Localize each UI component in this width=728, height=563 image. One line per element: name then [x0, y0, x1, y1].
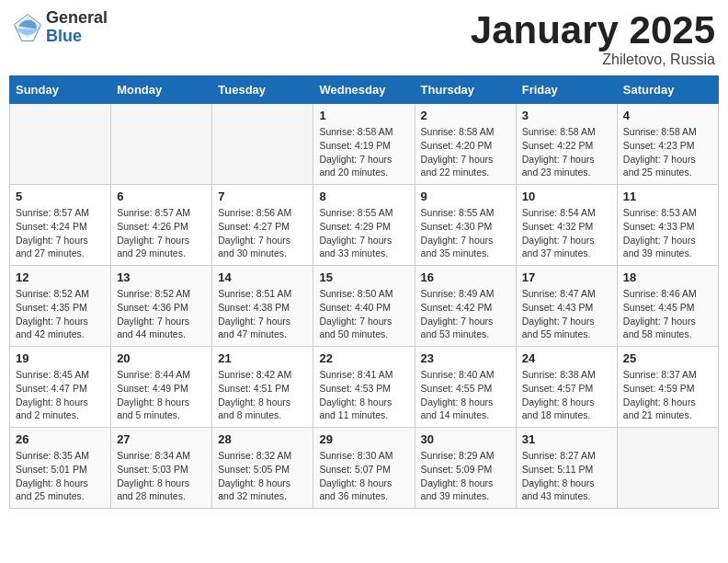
- day-header: Friday: [516, 76, 617, 104]
- day-info: Sunrise: 8:57 AMSunset: 4:26 PMDaylight:…: [117, 206, 206, 260]
- day-info: Sunrise: 8:32 AMSunset: 5:05 PMDaylight:…: [218, 449, 307, 503]
- day-info: Sunrise: 8:47 AMSunset: 4:43 PMDaylight:…: [522, 287, 611, 341]
- calendar-week-row: 1 Sunrise: 8:58 AMSunset: 4:19 PMDayligh…: [10, 104, 719, 185]
- day-number: 11: [623, 190, 712, 203]
- day-number: 31: [522, 432, 611, 446]
- calendar-cell: 24 Sunrise: 8:38 AMSunset: 4:57 PMDaylig…: [516, 347, 617, 428]
- day-number: 29: [319, 432, 408, 446]
- calendar-cell: [111, 104, 212, 185]
- day-info: Sunrise: 8:56 AMSunset: 4:27 PMDaylight:…: [218, 206, 307, 260]
- calendar-week-row: 5 Sunrise: 8:57 AMSunset: 4:24 PMDayligh…: [10, 185, 719, 266]
- day-info: Sunrise: 8:44 AMSunset: 4:49 PMDaylight:…: [117, 368, 206, 422]
- calendar-week-row: 26 Sunrise: 8:35 AMSunset: 5:01 PMDaylig…: [10, 428, 719, 509]
- day-info: Sunrise: 8:42 AMSunset: 4:51 PMDaylight:…: [218, 368, 307, 422]
- calendar-body: 1 Sunrise: 8:58 AMSunset: 4:19 PMDayligh…: [10, 104, 719, 509]
- calendar-header: SundayMondayTuesdayWednesdayThursdayFrid…: [10, 76, 719, 104]
- day-info: Sunrise: 8:58 AMSunset: 4:22 PMDaylight:…: [522, 125, 611, 179]
- calendar-cell: 8 Sunrise: 8:55 AMSunset: 4:29 PMDayligh…: [313, 185, 415, 266]
- day-number: 18: [623, 270, 712, 284]
- calendar-cell: 23 Sunrise: 8:40 AMSunset: 4:55 PMDaylig…: [415, 347, 516, 428]
- calendar-cell: 28 Sunrise: 8:32 AMSunset: 5:05 PMDaylig…: [212, 428, 313, 509]
- day-info: Sunrise: 8:52 AMSunset: 4:35 PMDaylight:…: [16, 287, 105, 341]
- calendar-cell: 7 Sunrise: 8:56 AMSunset: 4:27 PMDayligh…: [212, 185, 313, 266]
- day-number: 20: [117, 351, 206, 365]
- calendar-cell: 16 Sunrise: 8:49 AMSunset: 4:42 PMDaylig…: [415, 266, 516, 347]
- day-number: 27: [117, 432, 206, 446]
- day-number: 9: [421, 190, 510, 203]
- day-number: 1: [319, 109, 408, 122]
- day-header: Sunday: [10, 76, 111, 104]
- calendar-cell: 3 Sunrise: 8:58 AMSunset: 4:22 PMDayligh…: [516, 104, 617, 185]
- day-number: 25: [623, 351, 712, 365]
- day-number: 4: [623, 109, 712, 122]
- day-number: 24: [522, 351, 611, 365]
- calendar-cell: 14 Sunrise: 8:51 AMSunset: 4:38 PMDaylig…: [212, 266, 313, 347]
- day-info: Sunrise: 8:29 AMSunset: 5:09 PMDaylight:…: [421, 449, 510, 503]
- location: Zhiletovo, Russia: [471, 52, 715, 68]
- calendar-week-row: 19 Sunrise: 8:45 AMSunset: 4:47 PMDaylig…: [10, 347, 719, 428]
- day-number: 22: [319, 351, 408, 365]
- day-header: Tuesday: [212, 76, 313, 104]
- calendar-cell: 17 Sunrise: 8:47 AMSunset: 4:43 PMDaylig…: [516, 266, 617, 347]
- day-number: 15: [319, 270, 408, 284]
- calendar-cell: 9 Sunrise: 8:55 AMSunset: 4:30 PMDayligh…: [415, 185, 516, 266]
- logo: General Blue: [13, 9, 108, 46]
- calendar-cell: 18 Sunrise: 8:46 AMSunset: 4:45 PMDaylig…: [617, 266, 718, 347]
- calendar-cell: 11 Sunrise: 8:53 AMSunset: 4:33 PMDaylig…: [617, 185, 718, 266]
- day-info: Sunrise: 8:37 AMSunset: 4:59 PMDaylight:…: [623, 368, 712, 422]
- day-info: Sunrise: 8:38 AMSunset: 4:57 PMDaylight:…: [522, 368, 611, 422]
- calendar-week-row: 12 Sunrise: 8:52 AMSunset: 4:35 PMDaylig…: [10, 266, 719, 347]
- day-info: Sunrise: 8:41 AMSunset: 4:53 PMDaylight:…: [319, 368, 408, 422]
- header-row: SundayMondayTuesdayWednesdayThursdayFrid…: [10, 76, 719, 104]
- calendar-cell: 1 Sunrise: 8:58 AMSunset: 4:19 PMDayligh…: [313, 104, 415, 185]
- day-info: Sunrise: 8:30 AMSunset: 5:07 PMDaylight:…: [319, 449, 408, 503]
- day-info: Sunrise: 8:45 AMSunset: 4:47 PMDaylight:…: [16, 368, 105, 422]
- calendar-cell: 21 Sunrise: 8:42 AMSunset: 4:51 PMDaylig…: [212, 347, 313, 428]
- day-number: 2: [421, 109, 510, 122]
- day-number: 30: [421, 432, 510, 446]
- calendar-cell: 10 Sunrise: 8:54 AMSunset: 4:32 PMDaylig…: [516, 185, 617, 266]
- calendar-cell: 31 Sunrise: 8:27 AMSunset: 5:11 PMDaylig…: [516, 428, 617, 509]
- calendar-cell: 29 Sunrise: 8:30 AMSunset: 5:07 PMDaylig…: [313, 428, 415, 509]
- calendar-cell: 27 Sunrise: 8:34 AMSunset: 5:03 PMDaylig…: [111, 428, 212, 509]
- day-number: 21: [218, 351, 307, 365]
- day-info: Sunrise: 8:53 AMSunset: 4:33 PMDaylight:…: [623, 206, 712, 260]
- day-info: Sunrise: 8:46 AMSunset: 4:45 PMDaylight:…: [623, 287, 712, 341]
- day-number: 7: [218, 190, 307, 203]
- day-header: Saturday: [617, 76, 718, 104]
- day-info: Sunrise: 8:27 AMSunset: 5:11 PMDaylight:…: [522, 449, 611, 503]
- calendar-cell: 30 Sunrise: 8:29 AMSunset: 5:09 PMDaylig…: [415, 428, 516, 509]
- page-header: General Blue January 2025 Zhiletovo, Rus…: [9, 9, 719, 68]
- day-number: 10: [522, 190, 611, 203]
- day-info: Sunrise: 8:58 AMSunset: 4:20 PMDaylight:…: [421, 125, 510, 179]
- calendar-table: SundayMondayTuesdayWednesdayThursdayFrid…: [9, 75, 719, 509]
- day-info: Sunrise: 8:40 AMSunset: 4:55 PMDaylight:…: [421, 368, 510, 422]
- day-number: 23: [421, 351, 510, 365]
- day-info: Sunrise: 8:55 AMSunset: 4:29 PMDaylight:…: [319, 206, 408, 260]
- calendar-cell: 20 Sunrise: 8:44 AMSunset: 4:49 PMDaylig…: [111, 347, 212, 428]
- day-info: Sunrise: 8:50 AMSunset: 4:40 PMDaylight:…: [319, 287, 408, 341]
- calendar-cell: 22 Sunrise: 8:41 AMSunset: 4:53 PMDaylig…: [313, 347, 415, 428]
- day-info: Sunrise: 8:49 AMSunset: 4:42 PMDaylight:…: [421, 287, 510, 341]
- day-info: Sunrise: 8:58 AMSunset: 4:23 PMDaylight:…: [623, 125, 712, 179]
- day-number: 26: [16, 432, 105, 446]
- day-info: Sunrise: 8:34 AMSunset: 5:03 PMDaylight:…: [117, 449, 206, 503]
- logo-icon: [13, 13, 42, 42]
- day-info: Sunrise: 8:51 AMSunset: 4:38 PMDaylight:…: [218, 287, 307, 341]
- day-info: Sunrise: 8:52 AMSunset: 4:36 PMDaylight:…: [117, 287, 206, 341]
- calendar-cell: [617, 428, 718, 509]
- calendar-cell: [10, 104, 111, 185]
- calendar-cell: 26 Sunrise: 8:35 AMSunset: 5:01 PMDaylig…: [10, 428, 111, 509]
- day-info: Sunrise: 8:55 AMSunset: 4:30 PMDaylight:…: [421, 206, 510, 260]
- day-number: 8: [319, 190, 408, 203]
- day-number: 12: [16, 270, 105, 284]
- day-header: Wednesday: [313, 76, 415, 104]
- day-number: 13: [117, 270, 206, 284]
- day-number: 3: [522, 109, 611, 122]
- calendar-cell: 4 Sunrise: 8:58 AMSunset: 4:23 PMDayligh…: [617, 104, 718, 185]
- day-number: 6: [117, 190, 206, 203]
- title-area: January 2025 Zhiletovo, Russia: [471, 9, 715, 68]
- day-info: Sunrise: 8:57 AMSunset: 4:24 PMDaylight:…: [16, 206, 105, 260]
- day-info: Sunrise: 8:35 AMSunset: 5:01 PMDaylight:…: [16, 449, 105, 503]
- logo-text: General Blue: [46, 9, 108, 46]
